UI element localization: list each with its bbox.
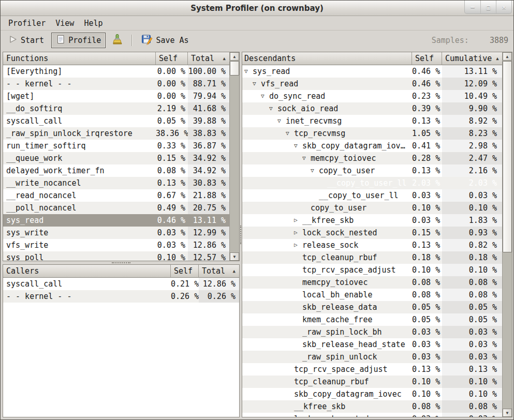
descendant-row[interactable]: tcp_rcv_space_adjust 0.13 % 0.13 % (242, 363, 502, 376)
expander-icon[interactable] (261, 90, 269, 102)
profile-button[interactable]: Profile (51, 33, 106, 48)
expander-icon[interactable] (302, 152, 311, 164)
functions-column-header[interactable]: Functions (3, 52, 156, 65)
descendant-row[interactable]: vfs_read 0.46 % 12.09 % (242, 78, 502, 90)
descendant-self-value: 0.15 % (412, 227, 442, 239)
descendant-row[interactable]: tcp_cleanup_rbuf 0.18 % 0.18 % (242, 251, 502, 264)
descendant-self-value: 2.03 % (412, 177, 442, 189)
descendant-row[interactable]: tcp_cleanup_rbuf 0.10 % 0.10 % (242, 376, 502, 388)
scroll-down-icon[interactable]: ▼ (503, 409, 512, 417)
descendant-row[interactable]: __copy_to_user_ll 0.03 % 0.03 % (242, 189, 502, 202)
descendant-row[interactable]: lock_sock_nested 0.15 % 0.93 % (242, 227, 502, 239)
function-row[interactable]: delayed_work_timer_fn 0.08 % 34.92 % (3, 164, 229, 177)
descendant-row[interactable]: local_bh_enable 0.08 % 0.08 % (242, 289, 502, 301)
descendant-row[interactable]: skb_release_data 0.05 % 0.05 % (242, 301, 502, 313)
expander-icon[interactable] (294, 214, 302, 227)
function-row[interactable]: __read_nocancel 0.67 % 21.88 % (3, 189, 229, 202)
descendant-row[interactable]: skb_copy_datagram_iovec 0.10 % 0.10 % (242, 388, 502, 400)
descendant-cumulative-value: 0.82 % (442, 239, 502, 251)
descendant-row[interactable]: do_sync_read 0.23 % 10.49 % (242, 90, 502, 102)
descendant-name-cell: tcp_rcv_space_adjust (242, 363, 412, 376)
function-row[interactable]: run_timer_softirq 0.33 % 36.87 % (3, 140, 229, 152)
descendant-row[interactable]: tcp_recvmsg 1.05 % 8.23 % (242, 127, 502, 140)
vertical-splitter[interactable] (240, 52, 242, 417)
descendants-rows: sys_read 0.46 % 13.11 % vfs_read 0.46 % (242, 65, 502, 417)
function-row[interactable]: syscall_call 0.05 % 39.88 % (3, 115, 229, 127)
function-row[interactable]: sys_read 0.46 % 13.11 % (3, 214, 229, 227)
reset-button[interactable] (108, 33, 126, 48)
sort-ascending-icon: ▲ (219, 56, 226, 61)
menu-help[interactable]: Help (80, 17, 106, 29)
function-row[interactable]: __queue_work 0.15 % 34.92 % (3, 152, 229, 164)
start-button[interactable]: Start (4, 33, 49, 48)
descendant-name-cell: sys_read (242, 65, 412, 78)
menu-profiler[interactable]: Profiler (5, 17, 49, 29)
minimize-button[interactable]: – (465, 1, 480, 13)
titlebar[interactable]: System Profiler (on crownbay) – □ ✕ (1, 1, 513, 16)
expander-icon[interactable] (294, 140, 302, 152)
caller-self-value: 0.21 % (171, 278, 199, 290)
expander-icon[interactable] (311, 164, 319, 177)
maximize-button[interactable]: □ (480, 1, 496, 13)
descendant-row[interactable]: __kfree_skb 0.08 % 0.08 % (242, 400, 502, 413)
descendants-scrollbar-thumb[interactable] (503, 61, 512, 252)
descendant-row[interactable]: copy_to_user 0.10 % 0.10 % (242, 202, 502, 214)
functions-scrollbar-thumb[interactable] (230, 61, 239, 76)
descendants-cumulative-column-header[interactable]: Cumulative ▲ (442, 52, 502, 65)
descendant-row[interactable]: _raw_spin_unlock 0.03 % 0.03 % (242, 351, 502, 363)
expander-icon[interactable] (294, 227, 302, 239)
descendant-row[interactable]: skb_copy_datagram_iov… 0.41 % 2.98 % (242, 140, 502, 152)
expander-icon[interactable] (253, 78, 261, 90)
function-row[interactable]: [Everything] 0.00 % 100.00 % (3, 65, 229, 78)
descendant-cumulative-value: 0.93 % (442, 227, 502, 239)
caller-row[interactable]: syscall_call 0.21 % 12.86 % (3, 278, 239, 290)
function-row[interactable]: vfs_write 0.03 % 12.86 % (3, 239, 229, 251)
callers-total-column-header[interactable]: Total ▲ (199, 265, 239, 278)
expander-icon[interactable] (269, 102, 277, 115)
menu-view[interactable]: View (52, 17, 78, 29)
function-row[interactable]: sys_poll 0.10 % 12.57 % (3, 251, 229, 261)
descendant-row[interactable]: lock_sock_nested 0.03 % 0.03 % (242, 413, 502, 417)
descendant-row[interactable]: kmem_cache_free 0.05 % 0.05 % (242, 313, 502, 326)
function-row[interactable]: __poll_nocancel 0.49 % 20.75 % (3, 202, 229, 214)
expander-icon[interactable] (244, 65, 253, 78)
callers-self-column-header[interactable]: Self (171, 265, 199, 278)
descendant-row[interactable]: memcpy_toiovec 0.08 % 0.08 % (242, 276, 502, 289)
close-button[interactable]: ✕ (496, 1, 511, 13)
descendant-row[interactable]: _raw_spin_lock_bh 0.03 % 0.03 % (242, 326, 502, 338)
save-as-button[interactable]: Save As (137, 33, 193, 48)
toolbar: Start Profile (1, 31, 513, 50)
descendant-row[interactable]: __copy_to_user_ll 2.03 % 2.03 % (242, 177, 502, 189)
descendant-row[interactable]: sys_read 0.46 % 13.11 % (242, 65, 502, 78)
descendant-row[interactable]: tcp_rcv_space_adjust 0.10 % 0.10 % (242, 264, 502, 276)
descendant-row[interactable]: inet_recvmsg 0.13 % 8.92 % (242, 115, 502, 127)
callers-column-header[interactable]: Callers (3, 265, 171, 278)
expander-icon[interactable] (294, 239, 302, 251)
function-row[interactable]: __do_softirq 2.19 % 41.68 % (3, 102, 229, 115)
descendant-row[interactable]: copy_to_user 0.13 % 2.16 % (242, 164, 502, 177)
scroll-down-icon[interactable]: ▼ (230, 252, 239, 261)
descendant-row[interactable]: memcpy_toiovec 0.28 % 2.47 % (242, 152, 502, 164)
descendant-row[interactable]: release_sock 0.13 % 0.82 % (242, 239, 502, 251)
expander-icon[interactable] (286, 127, 294, 140)
caller-row[interactable]: - - kernel - - 0.26 % 0.26 % (3, 290, 239, 303)
function-row[interactable]: __write_nocancel 0.13 % 30.83 % (3, 177, 229, 189)
descendant-row[interactable]: skb_release_head_state 0.03 % 0.03 % (242, 338, 502, 351)
function-row[interactable]: _raw_spin_unlock_irqrestore 38.36 % 38.8… (3, 127, 229, 140)
descendant-row[interactable]: sock_aio_read 0.39 % 9.90 % (242, 102, 502, 115)
functions-total-column-header[interactable]: Total ▲ (188, 52, 229, 65)
descendant-row[interactable]: __kfree_skb 0.03 % 1.83 % (242, 214, 502, 227)
function-row[interactable]: [wget] 0.00 % 79.94 % (3, 90, 229, 102)
descendants-column-header[interactable]: Descendants (242, 52, 412, 65)
scroll-up-icon[interactable]: ▲ (230, 52, 239, 61)
caller-name: syscall_call (3, 278, 171, 290)
descendants-scrollbar[interactable]: ▲ ▼ (502, 52, 512, 417)
expander-icon[interactable] (277, 115, 286, 127)
function-row[interactable]: sys_write 0.03 % 12.99 % (3, 227, 229, 239)
function-row[interactable]: - - kernel - - 0.00 % 88.71 % (3, 78, 229, 90)
descendants-self-column-header[interactable]: Self (412, 52, 442, 65)
scroll-up-icon[interactable]: ▲ (503, 52, 512, 61)
functions-scrollbar[interactable]: ▲ ▼ (229, 52, 239, 261)
horizontal-splitter[interactable] (3, 261, 240, 264)
functions-self-column-header[interactable]: Self (156, 52, 188, 65)
